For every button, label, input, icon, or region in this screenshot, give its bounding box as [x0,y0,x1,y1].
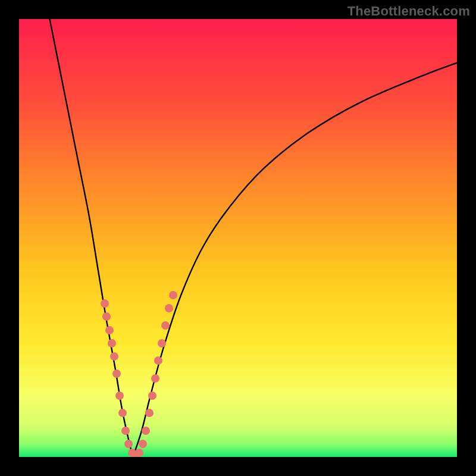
data-point [158,339,166,347]
data-point [110,352,118,361]
data-point [148,392,156,400]
data-point [118,409,127,417]
data-point [139,440,147,448]
data-point [108,339,116,347]
data-point [101,299,109,308]
curve-right-branch [133,63,457,457]
data-point [151,374,159,383]
data-point [145,409,154,417]
data-point [161,321,170,330]
data-point [135,449,143,457]
data-point [105,326,114,334]
plot-area [19,19,457,457]
curve-layer [19,19,457,457]
watermark-text: TheBottleneck.com [347,4,470,19]
data-point [121,427,130,435]
data-point [124,440,133,448]
chart-frame: TheBottleneck.com [0,0,476,476]
data-point [169,291,177,299]
